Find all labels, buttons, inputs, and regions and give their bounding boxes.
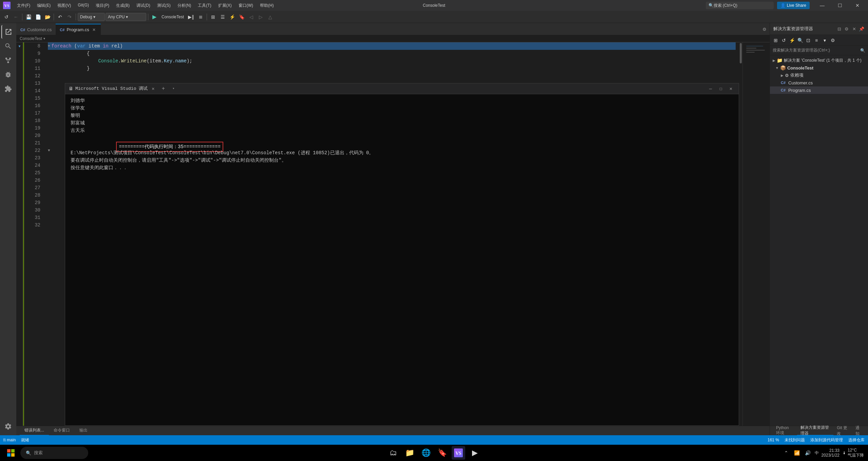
stop-btn[interactable]: ⏹	[196, 13, 205, 21]
taskbar-language-indicator[interactable]: 中	[815, 450, 819, 456]
activity-settings[interactable]	[1, 420, 15, 433]
menu-tools[interactable]: 工具(T)	[194, 1, 214, 10]
menu-git[interactable]: Git(G)	[74, 1, 92, 10]
sol-toolbar-icon-4[interactable]: 🔍	[796, 37, 804, 44]
toolbar-open[interactable]: 📂	[43, 13, 52, 21]
tray-network-icon[interactable]: 📶	[793, 449, 801, 457]
toolbar-undo[interactable]: ↶	[56, 13, 64, 21]
code-editor[interactable]: ▼ foreach (var item in rel) { Console.Wr…	[44, 42, 739, 426]
activity-search[interactable]	[1, 39, 15, 53]
console-close-button[interactable]: ✕	[150, 85, 156, 92]
sol-toolbar-icon-7[interactable]: ▾	[821, 37, 828, 44]
menu-project[interactable]: 项目(P)	[92, 1, 113, 10]
toolbar-file-new[interactable]: 📄	[34, 13, 42, 21]
tree-solution-root[interactable]: ▶ 📁 解决方案 'ConsoleTest' (1 个项目，共 1 个)	[770, 57, 868, 64]
taskbar-clock[interactable]: 21:33 2023/1/22	[822, 448, 839, 458]
toolbar-btn-extra1[interactable]: ⊞	[209, 13, 218, 21]
editor-scrollbar-thumb[interactable]	[740, 43, 742, 63]
sol-icon-settings[interactable]: ⚙	[844, 26, 850, 32]
sol-tab-git[interactable]: Git 更改	[833, 426, 852, 436]
sol-tab-python[interactable]: Python 环境	[773, 426, 797, 436]
tree-project[interactable]: ▼ 📦 ConsoleTest	[770, 64, 868, 72]
tray-sound-icon[interactable]: 🔊	[804, 449, 812, 457]
console-add-button[interactable]: +	[159, 85, 167, 93]
status-add-source[interactable]: 添加到源代码管理	[810, 437, 843, 443]
taskbar-explorer-icon[interactable]: 📁	[403, 446, 416, 460]
status-select-repo[interactable]: 选择仓库	[848, 437, 865, 443]
activity-git[interactable]	[1, 54, 15, 67]
toolbar-btn-extra6[interactable]: ▷	[256, 13, 265, 21]
toolbar-save-all[interactable]: 💾	[24, 13, 33, 21]
taskbar-vs-icon[interactable]: VS	[452, 446, 465, 460]
taskbar-edge-icon[interactable]: 🌐	[419, 446, 433, 460]
activity-explorer[interactable]	[1, 25, 15, 39]
menu-window[interactable]: 窗口(W)	[235, 1, 257, 10]
menu-debug[interactable]: 调试(D)	[133, 1, 154, 10]
tab-output[interactable]: 输出	[75, 426, 92, 436]
toolbar-back[interactable]: ←	[12, 13, 20, 21]
tab-close-button[interactable]: ✕	[91, 27, 97, 33]
run-button[interactable]: ▶	[150, 13, 159, 21]
sol-tab-solution[interactable]: 解决方案资源管理器	[797, 426, 833, 436]
fold-icon[interactable]: ▼	[48, 42, 50, 50]
toolbar-btn-extra5[interactable]: ◁	[247, 13, 256, 21]
menu-help[interactable]: 帮助(H)	[257, 1, 277, 10]
live-share-button[interactable]: 👤 Live Share	[777, 2, 810, 9]
window-close-button[interactable]: ✕	[850, 0, 865, 11]
sol-toolbar-icon-5[interactable]: ⊡	[805, 37, 812, 44]
platform-dropdown[interactable]: Any CPU ▾	[106, 13, 146, 21]
toolbar-btn-extra2[interactable]: ☰	[218, 13, 227, 21]
taskbar-weather[interactable]: 🌡 12°C 气温下降	[842, 448, 864, 458]
sol-toolbar-icon-6[interactable]: ≡	[813, 37, 820, 44]
tab-settings-button[interactable]: ⚙	[759, 24, 770, 35]
console-dropdown-button[interactable]: ▾	[170, 85, 177, 93]
fold-marker-8[interactable]: ▼	[16, 42, 23, 50]
tree-program-cs[interactable]: C# Program.cs	[770, 86, 868, 94]
console-output[interactable]: 刘德华 张学友 黎明 郭富城 古天乐 =========代码执行时间：35===…	[65, 94, 739, 425]
tree-customer-cs[interactable]: C# Customer.cs	[770, 79, 868, 86]
solution-search-bar[interactable]: 搜索解决方案资源管理器(Ctrl+;) 🔍	[770, 46, 868, 55]
menu-edit[interactable]: 编辑(E)	[34, 1, 54, 10]
sol-icon-pin[interactable]: 📌	[858, 26, 865, 32]
sol-toolbar-icon-3[interactable]: ⚡	[788, 37, 796, 44]
taskbar-terminal-icon[interactable]: ▶	[468, 446, 482, 460]
toolbar-refresh[interactable]: ↺	[2, 13, 11, 21]
window-minimize-button[interactable]: —	[814, 0, 830, 11]
toolbar-redo[interactable]: ↷	[65, 13, 74, 21]
taskbar-files-icon[interactable]: 🗂	[386, 446, 400, 460]
activity-extensions[interactable]	[1, 82, 15, 96]
fold-icon-22[interactable]: ▼	[48, 147, 50, 154]
console-maximize-button[interactable]: ☐	[716, 84, 725, 93]
activity-debug[interactable]	[1, 68, 15, 81]
run-label[interactable]: ConsoleTest	[159, 13, 186, 21]
status-ready[interactable]: 就绪	[21, 437, 29, 443]
sol-icon-close[interactable]: ✕	[851, 26, 857, 32]
global-search[interactable]: 🔍 搜索 (Ctrl+Q)	[706, 2, 774, 9]
tab-error-list[interactable]: 错误列表...	[20, 426, 49, 436]
editor-scrollbar[interactable]	[739, 42, 742, 426]
tab-customer-cs[interactable]: C# Customer.cs	[16, 24, 56, 35]
status-zoom[interactable]: 161 %	[768, 438, 779, 442]
sol-icon-collapse[interactable]: ⊟	[836, 26, 842, 32]
run-attach[interactable]: ▶‖	[187, 13, 195, 21]
status-git[interactable]: ⎘ main	[3, 438, 16, 442]
menu-extend[interactable]: 扩展(X)	[215, 1, 235, 10]
menu-view[interactable]: 视图(V)	[54, 1, 74, 10]
menu-analyze[interactable]: 分析(N)	[174, 1, 195, 10]
sol-tab-notify[interactable]: 通知	[852, 426, 865, 436]
menu-build[interactable]: 生成(B)	[113, 1, 133, 10]
menu-file[interactable]: 文件(F)	[14, 1, 34, 10]
toolbar-btn-extra3[interactable]: ⚡	[228, 13, 237, 21]
toolbar-btn-extra7[interactable]: △	[266, 13, 275, 21]
tab-command-window[interactable]: 命令窗口	[49, 426, 75, 436]
tray-chevron-icon[interactable]: ⌃	[782, 449, 790, 457]
sol-toolbar-icon-2[interactable]: ↺	[780, 37, 788, 44]
tab-program-cs[interactable]: C# Program.cs ✕	[56, 24, 101, 35]
console-minimize-button[interactable]: —	[706, 84, 715, 93]
status-errors[interactable]: 未找到问题	[785, 437, 805, 443]
sol-toolbar-icon-8[interactable]: ⚙	[829, 37, 836, 44]
taskbar-store-icon[interactable]: 🔖	[435, 446, 449, 460]
taskbar-start-button[interactable]	[4, 446, 18, 460]
menu-test[interactable]: 测试(S)	[154, 1, 174, 10]
debug-config-dropdown[interactable]: Debug ▾	[78, 13, 105, 21]
